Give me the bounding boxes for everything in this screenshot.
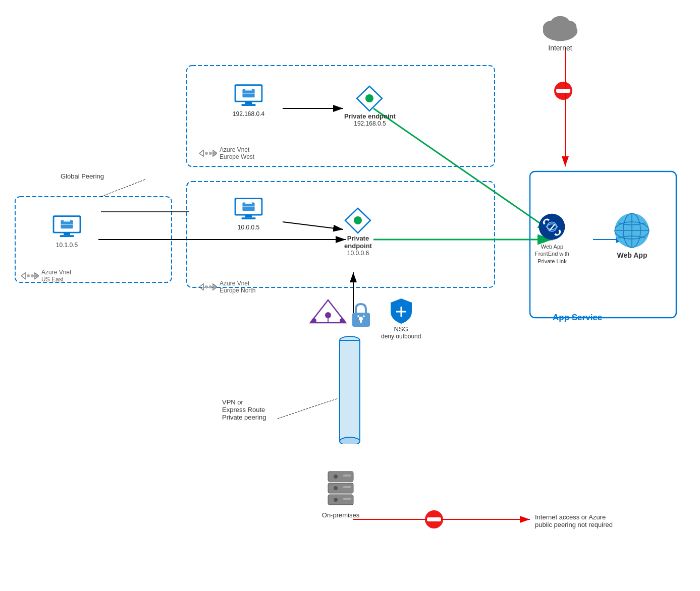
internet-label: Internet <box>548 44 572 52</box>
svg-line-7 <box>373 108 553 232</box>
svg-rect-24 <box>556 89 570 93</box>
vpn-pipe <box>337 333 362 446</box>
svg-line-92 <box>278 398 338 419</box>
vnet-europe-north-line2: Europe North <box>220 287 255 294</box>
svg-rect-31 <box>242 104 256 106</box>
private-endpoint-europe-west: Private endpoint 192.168.0.5 <box>344 85 396 127</box>
web-app-icon: Web App <box>613 212 651 259</box>
svg-rect-30 <box>245 101 252 104</box>
vnet-us-east-line2: US East <box>41 276 71 283</box>
web-app-frontend-icon: Web App FrontEnd with Private Link <box>535 212 569 265</box>
global-peering-label: Global Peering <box>61 171 104 181</box>
diagram-container: Internet 192.168.0.4 Private endpoint 1 <box>0 0 700 591</box>
svg-point-97 <box>334 486 338 490</box>
pe-us-east-label-line2: endpoint <box>344 242 372 250</box>
internet-access-label: Internet access or Azure public peering … <box>535 513 613 528</box>
svg-point-100 <box>334 498 338 502</box>
lock-icon <box>350 302 372 331</box>
vnet-europe-west-label: Azure Vnet Europe West <box>199 146 254 160</box>
no-entry-internet <box>553 81 573 103</box>
internet-access-line1: Internet access or Azure <box>535 513 613 521</box>
vnet-europe-west-line2: Europe West <box>220 153 254 160</box>
svg-rect-90 <box>340 340 360 441</box>
svg-rect-45 <box>242 217 256 219</box>
svg-rect-103 <box>427 517 441 521</box>
vm-europe-west: 192.168.0.4 <box>232 83 265 117</box>
vm-us-east-main-ip: 10.1.0.5 <box>56 242 78 249</box>
svg-rect-95 <box>343 475 351 477</box>
internet-access-line2: public peering not required <box>535 521 613 528</box>
web-app-frontend-line3: Private Link <box>535 258 569 265</box>
app-service-label: App Service <box>553 313 602 323</box>
svg-marker-34 <box>199 150 203 156</box>
web-app-frontend-line2: FrontEnd with <box>535 250 569 257</box>
pe-europe-west-ip: 192.168.0.5 <box>354 120 386 127</box>
svg-rect-82 <box>360 319 362 323</box>
on-premises-label: On-premises <box>322 511 359 519</box>
vpn-gateway-icon <box>308 298 348 327</box>
vpn-label: VPN or Express Route Private peering <box>222 398 266 421</box>
vnet-europe-north-line1: Azure Vnet <box>220 280 255 287</box>
vnet-europe-west-line1: Azure Vnet <box>220 146 254 153</box>
svg-point-47 <box>354 216 362 224</box>
svg-rect-58 <box>64 232 70 235</box>
web-app-label: Web App <box>617 251 648 259</box>
no-entry-onpremises <box>424 509 444 531</box>
nsg-sublabel: deny outbound <box>381 333 421 340</box>
svg-point-65 <box>539 214 565 240</box>
svg-point-49 <box>205 285 208 288</box>
svg-point-36 <box>209 152 212 155</box>
vnet-us-east-label: Azure Vnet US East <box>21 269 71 283</box>
svg-point-94 <box>334 475 338 479</box>
pe-europe-west-label1: Private endpoint <box>344 112 396 120</box>
vm-us-east-main: 10.1.0.5 <box>50 214 83 249</box>
vpn-label-line3: Private peering <box>222 413 266 421</box>
vpn-label-line1: VPN or <box>222 398 266 406</box>
vm-us-east-inner-ip: 10.0.0.5 <box>238 224 259 231</box>
internet-cloud: Internet <box>537 10 583 52</box>
svg-marker-60 <box>21 273 25 279</box>
svg-point-91 <box>340 437 360 444</box>
pe-us-east-ip: 10.0.0.6 <box>347 250 369 257</box>
svg-marker-48 <box>199 284 203 290</box>
vpn-label-line2: Express Route <box>222 406 266 413</box>
nsg-shield: NSG deny outbound <box>381 298 421 340</box>
svg-rect-44 <box>245 215 252 218</box>
pe-us-east-label-line1: Private <box>347 234 369 242</box>
svg-rect-101 <box>343 498 351 500</box>
vnet-europe-north-label: Azure Vnet Europe North <box>199 280 255 294</box>
svg-point-74 <box>325 312 331 318</box>
on-premises-server: On-premises <box>318 469 363 519</box>
private-endpoint-us-east: Private endpoint 10.0.0.6 <box>344 207 372 257</box>
svg-line-5 <box>283 222 343 229</box>
svg-point-61 <box>27 274 30 277</box>
svg-line-14 <box>101 179 146 197</box>
nsg-label: NSG <box>394 325 408 333</box>
svg-rect-98 <box>343 486 351 488</box>
svg-point-62 <box>31 274 34 277</box>
svg-point-33 <box>365 94 373 102</box>
vnet-us-east-line1: Azure Vnet <box>41 269 71 276</box>
svg-point-35 <box>205 152 208 155</box>
vm-europe-west-ip: 192.168.0.4 <box>233 110 264 117</box>
vm-us-east-inner: 10.0.0.5 <box>232 197 265 231</box>
svg-rect-59 <box>60 235 74 237</box>
svg-point-50 <box>209 285 212 288</box>
svg-point-22 <box>550 16 570 32</box>
web-app-frontend-line1: Web App <box>535 243 569 250</box>
